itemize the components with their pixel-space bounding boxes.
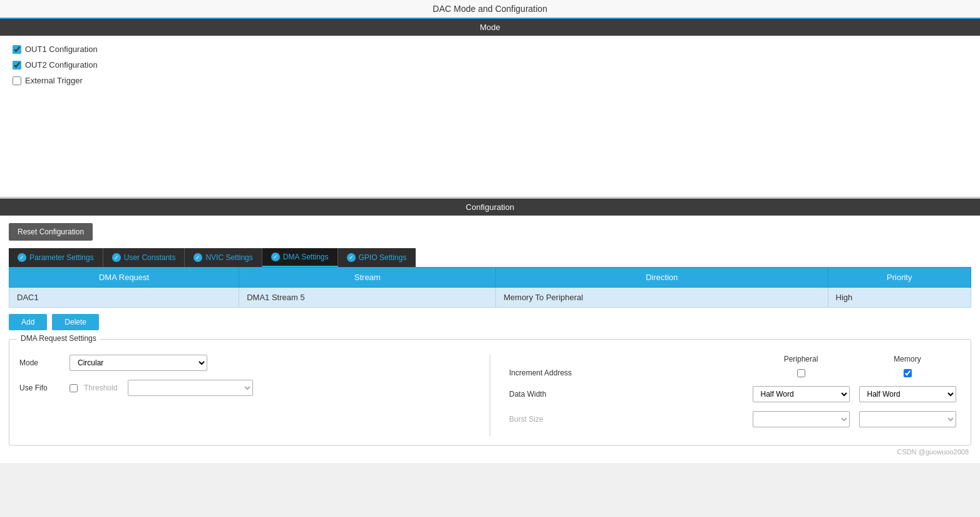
cell-direction: Memory To Peripheral (496, 288, 828, 308)
mode-label: Mode (19, 358, 63, 367)
out1-config-checkbox[interactable] (13, 45, 21, 54)
tab-nvic-settings[interactable]: ✓ NVIC Settings (185, 248, 262, 267)
cell-dma-request: DAC1 (9, 288, 239, 308)
use-fifo-row: Use Fifo Threshold (19, 380, 471, 396)
threshold-select[interactable] (128, 380, 253, 396)
burst-size-row: Burst Size (509, 411, 961, 427)
dma-table: DMA Request Stream Direction Priority DA… (9, 267, 971, 308)
use-fifo-checkbox[interactable] (70, 384, 78, 392)
memory-burst-size-cell (854, 411, 961, 427)
external-trigger-label: External Trigger (25, 76, 83, 85)
memory-increment-cell (854, 369, 961, 377)
config-section: Reset Configuration ✓ Parameter Settings… (0, 216, 980, 463)
tab-dma-settings-icon: ✓ (271, 253, 280, 261)
tab-gpio-settings-icon: ✓ (347, 253, 356, 262)
tab-dma-settings-label: DMA Settings (283, 253, 329, 261)
increment-address-label: Increment Address (509, 368, 748, 377)
col-direction: Direction (496, 268, 828, 288)
tab-user-constants[interactable]: ✓ User Constants (103, 248, 185, 267)
cell-stream: DMA1 Stream 5 (239, 288, 496, 308)
burst-size-label: Burst Size (509, 415, 748, 424)
memory-data-width-select[interactable]: Half Word Byte Word (859, 386, 956, 402)
col-dma-request: DMA Request (9, 268, 239, 288)
peripheral-data-width-cell: Half Word Byte Word (748, 386, 854, 402)
out2-config-checkbox[interactable] (13, 61, 21, 70)
peripheral-data-width-select[interactable]: Half Word Byte Word (753, 386, 850, 402)
tab-parameter-settings-icon: ✓ (18, 253, 26, 262)
dma-request-settings: DMA Request Settings Mode Circular Norma… (9, 339, 971, 446)
memory-burst-size-select[interactable] (859, 411, 956, 427)
data-width-row: Data Width Half Word Byte Word Half Word… (509, 386, 961, 402)
memory-data-width-cell: Half Word Byte Word (854, 386, 961, 402)
table-row[interactable]: DAC1 DMA1 Stream 5 Memory To Peripheral … (9, 288, 971, 308)
config-section-header: Configuration (0, 199, 980, 216)
threshold-label: Threshold (84, 384, 121, 392)
out2-config-row: OUT2 Configuration (13, 60, 967, 70)
tab-gpio-settings-label: GPIO Settings (359, 253, 407, 262)
tab-parameter-settings-label: Parameter Settings (29, 253, 94, 262)
increment-address-row: Increment Address (509, 368, 961, 377)
cell-priority: High (828, 288, 971, 308)
tab-gpio-settings[interactable]: ✓ GPIO Settings (338, 248, 416, 267)
out1-config-label: OUT1 Configuration (25, 44, 98, 54)
tab-parameter-settings[interactable]: ✓ Parameter Settings (9, 248, 103, 267)
mode-section-header: Mode (0, 19, 980, 36)
external-trigger-checkbox[interactable] (13, 76, 21, 85)
mode-section: OUT1 Configuration OUT2 Configuration Ex… (0, 36, 980, 199)
tab-dma-settings[interactable]: ✓ DMA Settings (262, 248, 338, 267)
tab-nvic-settings-icon: ✓ (193, 253, 202, 262)
tab-user-constants-icon: ✓ (112, 253, 121, 262)
use-fifo-label: Use Fifo (19, 384, 63, 392)
data-width-label: Data Width (509, 390, 748, 399)
pm-header: Peripheral Memory (509, 355, 961, 363)
tab-user-constants-label: User Constants (124, 253, 176, 262)
watermark: CSDN @guowuoo2008 (9, 448, 971, 456)
peripheral-burst-size-select[interactable] (753, 411, 850, 427)
tab-nvic-settings-label: NVIC Settings (205, 253, 252, 262)
memory-header: Memory (854, 355, 961, 363)
peripheral-increment-cell (748, 369, 854, 377)
title-bar: DAC Mode and Configuration (0, 0, 980, 19)
add-delete-row: Add Delete (9, 314, 971, 330)
add-button[interactable]: Add (9, 314, 47, 330)
peripheral-increment-checkbox[interactable] (797, 369, 805, 377)
settings-right: Peripheral Memory Increment Address Data… (490, 355, 961, 436)
page-title: DAC Mode and Configuration (433, 4, 547, 14)
watermark-text: CSDN @guowuoo2008 (897, 448, 969, 456)
memory-increment-checkbox[interactable] (904, 369, 912, 377)
reset-configuration-button[interactable]: Reset Configuration (9, 223, 93, 241)
peripheral-burst-size-cell (748, 411, 854, 427)
col-stream: Stream (239, 268, 496, 288)
delete-button[interactable]: Delete (52, 314, 99, 330)
out1-config-row: OUT1 Configuration (13, 44, 967, 54)
peripheral-header: Peripheral (748, 355, 854, 363)
pm-spacer (509, 355, 748, 363)
mode-select[interactable]: Circular Normal (70, 355, 207, 371)
col-priority: Priority (828, 268, 971, 288)
external-trigger-row: External Trigger (13, 76, 967, 85)
tabs-bar: ✓ Parameter Settings ✓ User Constants ✓ … (9, 248, 971, 267)
dma-request-settings-legend: DMA Request Settings (17, 334, 100, 343)
out2-config-label: OUT2 Configuration (25, 60, 98, 70)
mode-row: Mode Circular Normal (19, 355, 471, 371)
settings-left: Mode Circular Normal Use Fifo Threshold (19, 355, 490, 436)
